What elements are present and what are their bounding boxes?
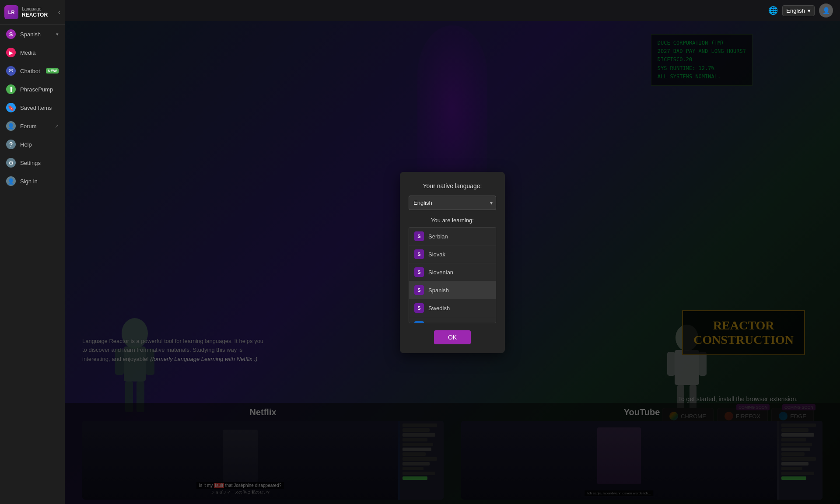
help-icon: ? [6,140,16,149]
saved-icon: 🔖 [6,103,16,112]
sidebar-item-forum[interactable]: 👤 Forum ↗ [0,117,65,135]
native-language-select[interactable]: English [409,196,496,210]
language-name: Swedish [428,305,450,312]
language-badge-s: S [414,231,424,241]
phrasepump-icon: ⬆ [6,84,16,94]
list-item[interactable]: S Slovak [409,245,496,263]
language-name: Spanish [428,287,449,294]
native-language-select-wrap: English ▾ [409,196,496,210]
ok-button[interactable]: OK [434,330,471,344]
sidebar-item-label: PhrasePump [20,86,53,93]
dropdown-arrow-icon: ▾ [808,7,811,14]
sidebar-item-phrasepump[interactable]: ⬆ PhrasePump [0,80,65,98]
list-item[interactable]: S Serbian [409,228,496,245]
app-logo: LR [4,5,18,19]
signin-icon: 👤 [6,176,16,186]
list-item[interactable]: T Tamil [409,317,496,323]
language-name: Slovenian [428,269,453,276]
sidebar-item-label: Saved Items [20,105,52,111]
selected-language: English [786,7,805,14]
language-name: Serbian [428,233,448,240]
sidebar-item-saved[interactable]: 🔖 Saved Items [0,98,65,117]
language-badge-s: S [414,303,424,313]
settings-icon: ⚙ [6,158,16,168]
language-badge-t: T [414,321,424,323]
external-link-icon: ↗ [55,123,59,129]
list-item[interactable]: S Swedish [409,299,496,317]
language-list: S Serbian S Slovak S Slovenian [409,227,496,323]
media-icon: ▶ [6,48,16,57]
sidebar: LR Language REACTOR ‹ S Spanish ▾ ▶ Medi… [0,0,65,504]
dialog-overlay: Your native language: English ▾ You are … [65,21,840,504]
sidebar-item-label: Spanish [20,31,41,38]
app-title-top: Language [22,7,48,12]
sidebar-item-label: Settings [20,160,41,166]
sidebar-item-label: Help [20,141,32,148]
user-avatar[interactable]: 👤 [819,4,833,18]
sidebar-collapse-button[interactable]: ‹ [58,8,60,16]
language-selector[interactable]: English ▾ [782,5,815,16]
sidebar-item-signin[interactable]: 👤 Sign in [0,172,65,190]
list-item[interactable]: S Spanish [409,281,496,299]
topbar: 🌐 English ▾ 👤 [65,0,840,21]
forum-icon: 👤 [6,121,16,131]
sidebar-item-label: Chatbot [20,68,40,74]
language-badge-s: S [414,249,424,259]
sidebar-item-media[interactable]: ▶ Media [0,43,65,62]
app-title-bottom: REACTOR [22,12,48,18]
sidebar-header: LR Language REACTOR ‹ [0,0,65,25]
language-badge-s: S [414,267,424,277]
learning-label: You are learning: [409,217,496,224]
sidebar-item-help[interactable]: ? Help [0,135,65,154]
app-title: Language REACTOR [22,7,48,18]
new-badge: NEW [46,68,59,74]
sidebar-item-label: Media [20,49,35,56]
main-content: 🌐 English ▾ 👤 DUCE CORPORATION (TM) 2027… [65,0,840,504]
list-item[interactable]: S Slovenian [409,263,496,281]
native-language-label: Your native language: [409,182,496,189]
spanish-icon: S [6,29,16,39]
sidebar-item-spanish[interactable]: S Spanish ▾ [0,25,65,43]
language-dialog: Your native language: English ▾ You are … [400,172,505,353]
language-name: Slovak [428,251,445,258]
chatbot-icon: ✉ [6,66,16,76]
chevron-down-icon: ▾ [56,32,59,37]
sidebar-item-label: Forum [20,123,37,130]
sidebar-item-label: Sign in [20,178,38,185]
background-area: DUCE CORPORATION (TM) 2027 BAD PAY AND L… [65,21,840,504]
language-badge-s: S [414,285,424,295]
globe-icon: 🌐 [768,6,778,15]
sidebar-item-settings[interactable]: ⚙ Settings [0,154,65,172]
language-name: Tamil [428,323,441,324]
sidebar-item-chatbot[interactable]: ✉ Chatbot NEW [0,62,65,80]
